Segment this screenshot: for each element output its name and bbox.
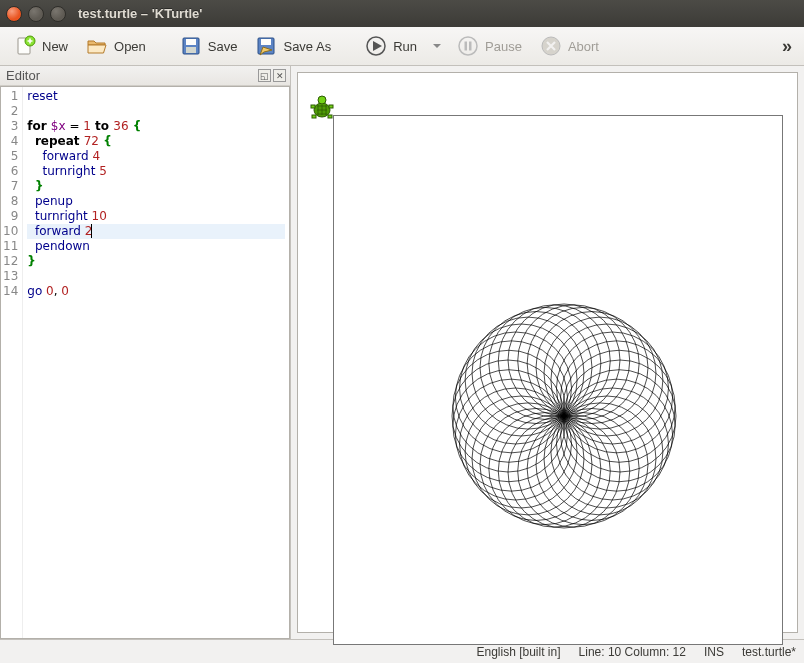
editor-panel: Editor ◱ ✕ 1 2 3 4 5 6 7 8 9 10 11 12 13… [0,66,291,639]
window-close-button[interactable] [6,6,22,22]
pause-button[interactable]: Pause [449,31,530,61]
editor-gutter: 1 2 3 4 5 6 7 8 9 10 11 12 13 14 [1,87,23,638]
editor-float-button[interactable]: ◱ [258,69,271,82]
status-language: English [built in] [477,645,561,659]
drawing-output [334,116,784,646]
svg-rect-51 [329,105,333,108]
editor-close-button[interactable]: ✕ [273,69,286,82]
svg-rect-10 [469,42,472,51]
abort-icon [540,35,562,57]
document-new-icon [14,35,36,57]
editor-content[interactable]: reset for $x = 1 to 36 { repeat 72 { for… [23,87,289,638]
run-button[interactable]: Run [357,31,425,61]
abort-label: Abort [568,39,599,54]
editor-panel-header: Editor ◱ ✕ [0,66,290,86]
window-title: test.turtle – 'KTurtle' [78,6,202,21]
window-titlebar: test.turtle – 'KTurtle' [0,0,804,27]
svg-rect-3 [186,39,196,45]
window-maximize-button[interactable] [50,6,66,22]
save-as-button[interactable]: Save As [247,31,339,61]
status-filename: test.turtle* [742,645,796,659]
svg-rect-50 [311,105,315,108]
save-as-label: Save As [283,39,331,54]
editor-panel-title: Editor [6,68,40,83]
open-button[interactable]: Open [78,31,154,61]
save-button[interactable]: Save [172,31,246,61]
status-insert-mode: INS [704,645,724,659]
save-icon [180,35,202,57]
svg-point-49 [318,96,326,104]
svg-rect-6 [261,39,271,45]
abort-button[interactable]: Abort [532,31,607,61]
new-label: New [42,39,68,54]
svg-rect-52 [312,115,316,118]
main-area: Editor ◱ ✕ 1 2 3 4 5 6 7 8 9 10 11 12 13… [0,66,804,639]
svg-point-8 [459,37,477,55]
svg-rect-9 [465,42,468,51]
folder-open-icon [86,35,108,57]
save-as-icon [255,35,277,57]
toolbar-overflow-button[interactable]: » [776,36,798,57]
save-label: Save [208,39,238,54]
main-toolbar: New Open Save Save As Run Pause [0,27,804,66]
svg-rect-4 [186,47,196,53]
chevron-down-icon [431,35,443,57]
pause-label: Pause [485,39,522,54]
code-editor[interactable]: 1 2 3 4 5 6 7 8 9 10 11 12 13 14 reset f… [0,86,290,639]
svg-rect-53 [328,115,332,118]
canvas-area[interactable] [297,72,798,633]
run-dropdown[interactable] [427,31,447,61]
open-label: Open [114,39,146,54]
canvas-panel [291,66,804,639]
window-minimize-button[interactable] [28,6,44,22]
new-button[interactable]: New [6,31,76,61]
drawing-stage [333,115,783,645]
run-label: Run [393,39,417,54]
run-icon [365,35,387,57]
status-cursor-position: Line: 10 Column: 12 [579,645,686,659]
turtle-icon [308,94,336,122]
pause-icon [457,35,479,57]
